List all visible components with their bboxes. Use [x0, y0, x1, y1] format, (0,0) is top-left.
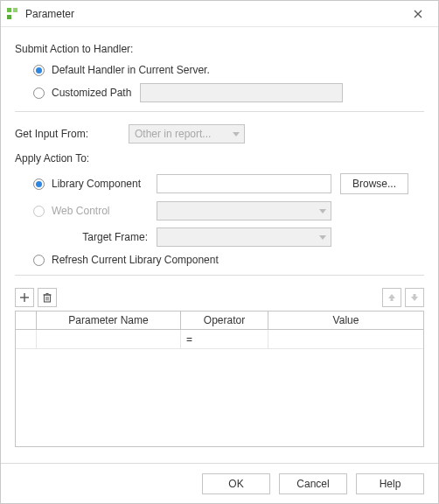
- radio-icon: [33, 206, 45, 217]
- parameter-table[interactable]: =: [15, 330, 424, 447]
- arrow-down-icon: [409, 292, 420, 303]
- get-input-from-row: Get Input From: Other in report...: [15, 124, 424, 144]
- web-control-option[interactable]: Web Control: [33, 201, 424, 220]
- move-down-button[interactable]: [405, 288, 424, 307]
- library-component-input[interactable]: [157, 174, 331, 193]
- customized-path-label: Customized Path: [52, 87, 131, 99]
- dialog-button-bar: OK Cancel Help: [1, 463, 438, 503]
- separator: [15, 111, 424, 112]
- get-input-from-value: Other in report...: [135, 128, 211, 140]
- add-row-button[interactable]: [15, 288, 34, 307]
- target-frame-row: Target Frame:: [33, 228, 424, 247]
- chevron-down-icon: [319, 235, 326, 240]
- apply-section-label: Apply Action To:: [15, 152, 424, 164]
- chevron-down-icon: [233, 132, 240, 136]
- cell-value[interactable]: [268, 330, 423, 348]
- ok-button[interactable]: OK: [202, 473, 270, 494]
- radio-icon: [33, 65, 45, 76]
- arrow-up-icon: [387, 292, 397, 303]
- trash-icon: [42, 292, 52, 303]
- window-title: Parameter: [25, 8, 405, 20]
- web-control-label: Web Control: [52, 205, 157, 217]
- target-frame-dropdown[interactable]: [157, 228, 331, 247]
- default-handler-option[interactable]: Default Handler in Current Server.: [33, 64, 424, 76]
- radio-icon: [33, 255, 45, 266]
- radio-icon: [33, 178, 45, 190]
- col-value: Value: [268, 312, 423, 329]
- submit-section-label: Submit Action to Handler:: [15, 43, 424, 55]
- default-handler-label: Default Handler in Current Server.: [52, 64, 210, 76]
- get-input-from-dropdown[interactable]: Other in report...: [129, 124, 245, 144]
- svg-rect-4: [45, 295, 51, 302]
- cell-name[interactable]: [37, 330, 181, 348]
- get-input-from-label: Get Input From:: [15, 128, 129, 140]
- library-component-option[interactable]: Library Component Browse...: [33, 173, 424, 194]
- dialog-content: Submit Action to Handler: Default Handle…: [1, 27, 438, 451]
- customized-path-input[interactable]: [140, 83, 343, 102]
- plus-icon: [19, 292, 30, 303]
- col-operator: Operator: [181, 312, 268, 329]
- library-component-label: Library Component: [52, 178, 157, 190]
- move-up-button[interactable]: [382, 288, 401, 307]
- browse-button[interactable]: Browse...: [340, 173, 408, 194]
- target-frame-label: Target Frame:: [52, 231, 157, 243]
- titlebar: Parameter: [1, 1, 438, 27]
- help-button[interactable]: Help: [356, 473, 424, 494]
- app-icon: [6, 7, 20, 21]
- separator: [15, 275, 424, 276]
- refresh-option[interactable]: Refresh Current Library Component: [33, 254, 424, 266]
- radio-icon: [33, 88, 45, 99]
- table-header-gutter: [16, 312, 37, 329]
- close-icon: [414, 10, 422, 18]
- table-header: Parameter Name Operator Value: [15, 311, 424, 330]
- cell-operator[interactable]: =: [181, 330, 268, 348]
- cancel-button[interactable]: Cancel: [279, 473, 347, 494]
- col-parameter-name: Parameter Name: [37, 312, 181, 329]
- table-toolbar: [15, 288, 424, 307]
- chevron-down-icon: [319, 209, 326, 214]
- delete-row-button[interactable]: [38, 288, 57, 307]
- close-button[interactable]: [405, 4, 431, 24]
- table-row[interactable]: =: [16, 330, 423, 349]
- customized-path-option[interactable]: Customized Path: [33, 83, 424, 102]
- row-gutter: [16, 330, 37, 348]
- refresh-label: Refresh Current Library Component: [52, 254, 219, 266]
- web-control-dropdown[interactable]: [157, 201, 331, 220]
